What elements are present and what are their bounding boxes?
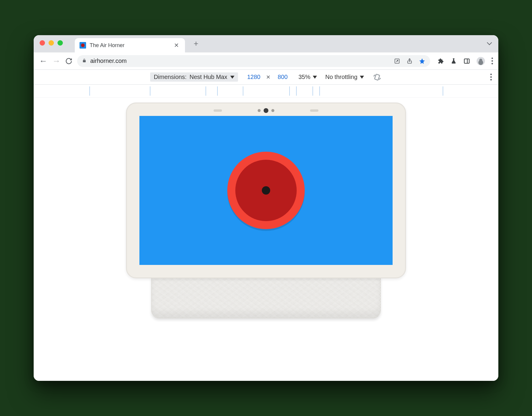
share-button[interactable] — [406, 58, 413, 64]
camera-icon — [258, 108, 274, 113]
dimensions-separator: ✕ — [266, 74, 270, 80]
minimize-window-button[interactable] — [49, 40, 54, 46]
page-content[interactable] — [139, 116, 393, 265]
browser-toolbar: ← → airhorner.com — [34, 52, 498, 70]
close-window-button[interactable] — [40, 40, 45, 46]
svg-rect-2 — [464, 59, 469, 63]
maximize-window-button[interactable] — [57, 40, 63, 46]
forward-button[interactable]: → — [52, 57, 60, 65]
labs-button[interactable] — [450, 58, 457, 64]
chrome-menu-button[interactable] — [491, 58, 493, 64]
zoom-value: 35% — [298, 74, 310, 80]
tabs-search-button[interactable] — [488, 40, 491, 46]
media-query-ruler[interactable] — [34, 85, 498, 98]
device-bezel — [126, 103, 406, 278]
close-tab-button[interactable]: ✕ — [173, 42, 180, 49]
flask-icon — [450, 58, 457, 64]
chevron-down-icon — [487, 40, 492, 45]
tab-title: The Air Horner — [90, 42, 169, 49]
back-button[interactable]: ← — [39, 57, 47, 65]
sensor-icon — [310, 109, 318, 112]
lock-icon — [82, 58, 87, 64]
window-controls — [40, 40, 63, 46]
open-external-button[interactable] — [394, 58, 400, 64]
share-icon — [406, 58, 413, 64]
dimensions-label: Dimensions: — [154, 74, 186, 80]
toolbar-actions — [437, 57, 493, 65]
throttling-value: No throttling — [325, 74, 357, 80]
extensions-button[interactable] — [437, 58, 444, 64]
tab-favicon-icon — [80, 42, 86, 49]
browser-tab[interactable]: The Air Horner ✕ — [75, 38, 185, 52]
device-select[interactable]: Dimensions: Nest Hub Max — [150, 72, 238, 82]
device-name: Nest Hub Max — [189, 74, 227, 80]
zoom-select[interactable]: 35% — [298, 74, 317, 80]
new-tab-button[interactable]: ＋ — [192, 38, 200, 49]
side-panel-button[interactable] — [463, 58, 470, 64]
dropdown-triangle-icon — [230, 76, 234, 79]
browser-window: The Air Horner ✕ ＋ ← → airhorner.com — [34, 35, 498, 381]
star-icon — [419, 58, 425, 64]
kebab-icon — [491, 58, 493, 64]
puzzle-icon — [437, 58, 444, 64]
reload-icon — [65, 58, 72, 65]
dropdown-triangle-icon — [360, 76, 364, 79]
device-frame — [126, 103, 406, 318]
arrow-right-icon: → — [52, 57, 60, 65]
profile-button[interactable] — [477, 57, 485, 65]
tab-strip: The Air Horner ✕ ＋ — [34, 35, 498, 52]
url-text: airhorner.com — [90, 58, 390, 64]
bookmark-button[interactable] — [419, 58, 425, 64]
avatar-icon — [477, 57, 485, 65]
open-external-icon — [394, 58, 400, 64]
airhorn-inner-icon — [235, 160, 297, 221]
reload-button[interactable] — [65, 58, 72, 65]
throttling-select[interactable]: No throttling — [325, 74, 364, 80]
rotate-icon — [373, 73, 382, 82]
airhorn-dot-icon — [262, 186, 270, 195]
arrow-left-icon: ← — [39, 57, 47, 65]
device-toolbar: Dimensions: Nest Hub Max 1280 ✕ 800 35% … — [34, 70, 498, 85]
address-bar[interactable]: airhorner.com — [77, 55, 430, 67]
sensor-icon — [214, 109, 222, 112]
device-toolbar-menu-button[interactable] — [490, 74, 492, 80]
omnibox-actions — [394, 58, 425, 64]
rotate-button[interactable] — [372, 72, 382, 82]
dropdown-triangle-icon — [313, 76, 317, 79]
device-speaker-base — [151, 277, 381, 318]
device-sensors — [127, 108, 405, 113]
kebab-icon — [490, 74, 492, 80]
airhorn-button[interactable] — [227, 152, 305, 229]
width-input[interactable]: 1280 — [246, 74, 261, 80]
height-input[interactable]: 800 — [275, 74, 290, 80]
dimensions-inputs: 1280 ✕ 800 — [246, 74, 290, 80]
panel-icon — [463, 58, 470, 64]
viewport — [34, 98, 498, 381]
